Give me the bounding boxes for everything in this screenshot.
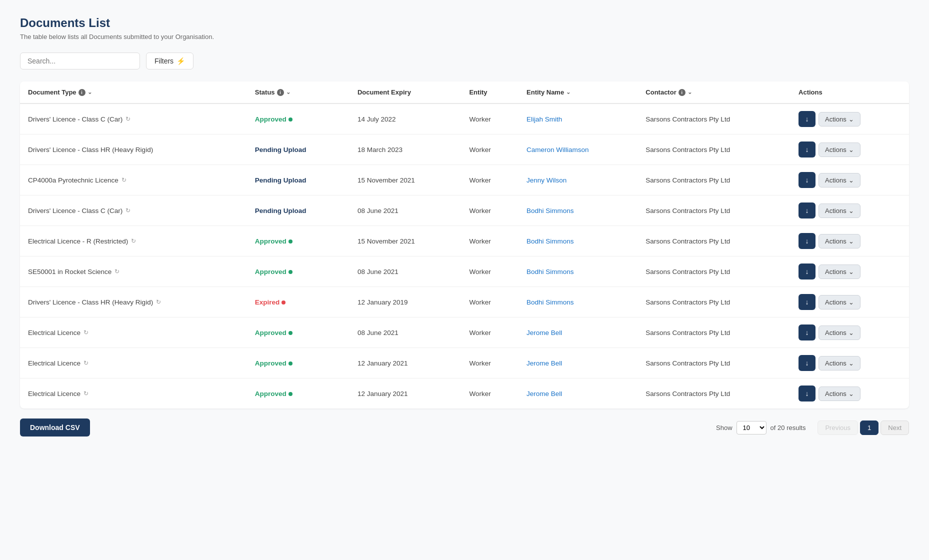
entity-cell: Worker (461, 318, 518, 348)
page-subtitle: The table below lists all Documents subm… (20, 33, 909, 40)
actions-chevron-icon: ⌄ (848, 298, 854, 306)
contractor-sort-icon[interactable]: ⌄ (688, 89, 692, 96)
doc-type-cell: CP4000a Pyrotechnic Licence ↻ (20, 165, 247, 196)
entity-name-link[interactable]: Bodhi Simmons (526, 298, 574, 306)
actions-chevron-icon: ⌄ (848, 146, 854, 154)
entity-name-cell: Cameron Williamson (518, 134, 638, 165)
status-cell: Approved (247, 318, 350, 348)
expiry-cell: 15 November 2021 (350, 226, 462, 256)
table-row: Drivers' Licence - Class HR (Heavy Rigid… (20, 287, 909, 318)
entity-cell: Worker (461, 226, 518, 256)
doc-type-cell: SE50001 in Rocket Science ↻ (20, 256, 247, 287)
actions-chevron-icon: ⌄ (848, 238, 854, 245)
download-button[interactable]: ↓ (798, 294, 816, 310)
doc-type-text: Electrical Licence (28, 329, 80, 336)
entity-name-link[interactable]: Bodhi Simmons (526, 207, 574, 214)
contractor-cell: Sarsons Contractors Pty Ltd (638, 104, 790, 134)
actions-label: Actions (825, 329, 846, 336)
next-page-button[interactable]: Next (880, 420, 909, 435)
table-row: Electrical Licence - R (Restricted) ↻ Ap… (20, 226, 909, 256)
doc-type-sort-icon[interactable]: ⌄ (88, 89, 92, 96)
download-button[interactable]: ↓ (798, 386, 816, 402)
download-button[interactable]: ↓ (798, 202, 816, 218)
actions-dropdown-button[interactable]: Actions ⌄ (818, 295, 860, 310)
doc-type-cell: Electrical Licence ↻ (20, 348, 247, 378)
actions-label: Actions (825, 238, 846, 245)
actions-chevron-icon: ⌄ (848, 207, 854, 214)
filter-label: Filters (154, 57, 174, 65)
actions-cell: ↓ Actions ⌄ (790, 134, 909, 165)
download-csv-button[interactable]: Download CSV (20, 418, 90, 436)
download-button[interactable]: ↓ (798, 172, 816, 188)
download-icon: ↓ (806, 206, 809, 214)
entity-cell: Worker (461, 378, 518, 409)
download-button[interactable]: ↓ (798, 264, 816, 280)
filter-button[interactable]: Filters ⚡ (146, 52, 194, 70)
contractor-cell: Sarsons Contractors Pty Ltd (638, 196, 790, 226)
actions-dropdown-button[interactable]: Actions ⌄ (818, 142, 860, 157)
prev-page-button[interactable]: Previous (818, 420, 858, 435)
entity-name-link[interactable]: Jerome Bell (526, 329, 562, 336)
page-1-button[interactable]: 1 (860, 420, 878, 435)
entity-name-link[interactable]: Jerome Bell (526, 360, 562, 367)
actions-cell: ↓ Actions ⌄ (790, 226, 909, 256)
entity-name-link[interactable]: Cameron Williamson (526, 146, 589, 154)
entity-name-link[interactable]: Elijah Smith (526, 116, 562, 123)
status-text: Pending Upload (255, 176, 306, 184)
doc-type-text: Drivers' Licence - Class HR (Heavy Rigid… (28, 298, 153, 306)
download-button[interactable]: ↓ (798, 142, 816, 158)
actions-dropdown-button[interactable]: Actions ⌄ (818, 356, 860, 370)
status-info-icon[interactable]: i (277, 89, 284, 96)
download-button[interactable]: ↓ (798, 111, 816, 127)
download-button[interactable]: ↓ (798, 233, 816, 249)
entity-name-cell: Jerome Bell (518, 378, 638, 409)
expiry-cell: 12 January 2019 (350, 287, 462, 318)
expiry-cell: 12 January 2021 (350, 378, 462, 409)
col-entity-name: Entity Name ⌄ (518, 82, 638, 104)
actions-dropdown-button[interactable]: Actions ⌄ (818, 173, 860, 188)
entity-name-cell: Jenny Wilson (518, 165, 638, 196)
doc-type-cell: Drivers' Licence - Class C (Car) ↻ (20, 196, 247, 226)
actions-dropdown-button[interactable]: Actions ⌄ (818, 234, 860, 248)
status-text: Pending Upload (255, 146, 306, 154)
status-sort-icon[interactable]: ⌄ (286, 89, 290, 96)
entity-cell: Worker (461, 196, 518, 226)
doc-type-info-icon[interactable]: i (78, 89, 86, 96)
show-select[interactable]: 10 25 50 100 (736, 421, 766, 434)
entity-name-link[interactable]: Jenny Wilson (526, 176, 566, 184)
actions-label: Actions (825, 360, 846, 367)
doc-type-text: Electrical Licence (28, 360, 80, 367)
entity-name-link[interactable]: Bodhi Simmons (526, 238, 574, 245)
entity-name-sort-icon[interactable]: ⌄ (566, 89, 570, 96)
entity-name-cell: Bodhi Simmons (518, 226, 638, 256)
download-button[interactable]: ↓ (798, 324, 816, 340)
contractor-info-icon[interactable]: i (678, 89, 686, 96)
table-row: CP4000a Pyrotechnic Licence ↻ Pending Up… (20, 165, 909, 196)
doc-type-cell: Drivers' Licence - Class HR (Heavy Rigid… (20, 134, 247, 165)
actions-dropdown-button[interactable]: Actions ⌄ (818, 264, 860, 279)
status-cell: Approved (247, 348, 350, 378)
status-text: Approved (255, 390, 286, 398)
actions-label: Actions (825, 298, 846, 306)
col-doc-expiry: Document Expiry (350, 82, 462, 104)
actions-dropdown-button[interactable]: Actions ⌄ (818, 326, 860, 340)
sync-icon: ↻ (156, 298, 161, 306)
download-button[interactable]: ↓ (798, 355, 816, 371)
table-row: SE50001 in Rocket Science ↻ Approved08 J… (20, 256, 909, 287)
actions-dropdown-button[interactable]: Actions ⌄ (818, 386, 860, 401)
expiry-cell: 08 June 2021 (350, 196, 462, 226)
entity-name-link[interactable]: Jerome Bell (526, 390, 562, 398)
doc-type-text: Drivers' Licence - Class HR (Heavy Rigid… (28, 146, 153, 154)
entity-cell: Worker (461, 134, 518, 165)
footer: Download CSV Show 10 25 50 100 of 20 res… (20, 418, 909, 436)
search-input[interactable] (20, 52, 140, 70)
actions-dropdown-button[interactable]: Actions ⌄ (818, 112, 860, 126)
doc-type-text: Drivers' Licence - Class C (Car) (28, 207, 122, 214)
actions-dropdown-button[interactable]: Actions ⌄ (818, 204, 860, 218)
status-text: Approved (255, 329, 286, 336)
status-dot (288, 331, 292, 335)
actions-label: Actions (825, 207, 846, 214)
entity-name-cell: Elijah Smith (518, 104, 638, 134)
status-text: Pending Upload (255, 207, 306, 214)
entity-name-link[interactable]: Bodhi Simmons (526, 268, 574, 276)
